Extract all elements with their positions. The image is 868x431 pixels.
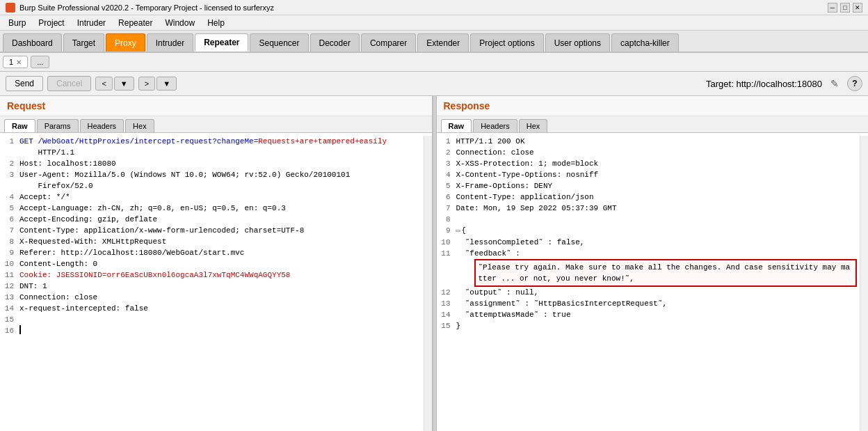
close-button[interactable]: ✕: [853, 3, 862, 13]
sub-tab-1[interactable]: 1 ✕: [3, 56, 28, 68]
main-tab-bar: Dashboard Target Proxy Intruder Repeater…: [0, 31, 868, 53]
request-line-1b: HTTP/1.1: [0, 147, 424, 158]
request-line-14: 14 x-request-intercepted: false: [0, 303, 424, 314]
response-line-1: 1 HTTP/1.1 200 OK: [437, 136, 860, 147]
request-line-2: 2 Host: localhost:18080: [0, 158, 424, 169]
request-scrollbar[interactable]: [424, 136, 432, 431]
response-line-14: 14 ˜attemptWasMade˜ : true: [437, 309, 860, 320]
tab-target[interactable]: Target: [63, 33, 104, 52]
request-line-3b: Firefox/52.0: [0, 180, 424, 191]
sub-tab-1-close[interactable]: ✕: [16, 58, 22, 66]
tab-dashboard[interactable]: Dashboard: [3, 33, 62, 52]
nav-prev-button[interactable]: <: [95, 77, 112, 91]
response-panel: Response Raw Headers Hex 1 HTTP/1.1 200 …: [437, 96, 869, 431]
response-line-2: 2 Connection: close: [437, 147, 860, 158]
menu-bar: Burp Project Intruder Repeater Window He…: [0, 15, 868, 31]
window-controls[interactable]: ─ □ ✕: [828, 3, 862, 13]
request-line-11: 11 Cookie: JSESSIONID=orr6EaScUBxn0l6ogc…: [0, 269, 424, 281]
response-line-10: 10 ˜lessonCompleted˜ : false,: [437, 237, 860, 248]
menu-intruder[interactable]: Intruder: [72, 17, 111, 29]
response-line-6: 6 Content-Type: application/json: [437, 191, 860, 203]
response-header: Response: [437, 96, 869, 116]
request-line-4: 4 Accept: */*: [0, 191, 424, 203]
response-line-3: 3 X-XSS-Protection: 1; mode=block: [437, 158, 860, 169]
request-code-area[interactable]: 1 GET /WebGoat/HttpProxies/intercept-req…: [0, 133, 432, 431]
request-line-10: 10 Content-Length: 0: [0, 258, 424, 269]
tab-repeater[interactable]: Repeater: [195, 33, 248, 52]
menu-window[interactable]: Window: [159, 17, 200, 29]
sub-tab-bar: 1 ✕ ...: [0, 53, 868, 72]
nav-next-button[interactable]: >: [138, 77, 155, 91]
request-line-6: 6 Accept-Encoding: gzip, deflate: [0, 214, 424, 225]
response-line-8: 8: [437, 214, 860, 225]
request-tab-hex[interactable]: Hex: [125, 119, 154, 132]
sub-tab-more-label: ...: [37, 58, 43, 66]
sub-tab-1-label: 1: [9, 58, 13, 66]
tab-intruder[interactable]: Intruder: [147, 33, 193, 52]
request-tab-raw[interactable]: Raw: [4, 119, 35, 132]
response-line-11: 11 ˜feedback˜ :: [437, 248, 860, 259]
target-label: Target: http://localhost:18080: [706, 79, 822, 89]
response-line-13: 13 ˜assignment˜ : ˜HttpBasicsInterceptRe…: [437, 298, 860, 309]
request-line-3: 3 User-Agent: Mozilla/5.0 (Windows NT 10…: [0, 169, 424, 180]
tab-extender[interactable]: Extender: [417, 33, 469, 52]
request-tab-headers[interactable]: Headers: [80, 119, 124, 132]
request-code-lines: 1 GET /WebGoat/HttpProxies/intercept-req…: [0, 136, 424, 431]
tab-captcha-killer[interactable]: captcha-killer: [611, 33, 679, 52]
request-line-9: 9 Referer: http://localhost:18080/WebGoa…: [0, 247, 424, 258]
request-panel: Request Raw Params Headers Hex 1 GET /We…: [0, 96, 433, 431]
send-button[interactable]: Send: [6, 76, 43, 91]
tab-sequencer[interactable]: Sequencer: [250, 33, 308, 52]
menu-project[interactable]: Project: [33, 17, 70, 29]
response-line-11-highlight: ˜Please try again. Make sure to make all…: [437, 259, 860, 287]
request-line-5: 5 Accept-Language: zh-CN, zh; q=0.8, en-…: [0, 203, 424, 214]
menu-burp[interactable]: Burp: [3, 17, 31, 29]
response-tabs: Raw Headers Hex: [437, 116, 869, 133]
request-line-8: 8 X-Requested-With: XMLHttpRequest: [0, 236, 424, 247]
request-line-13: 13 Connection: close: [0, 292, 424, 303]
main-content: Request Raw Params Headers Hex 1 GET /We…: [0, 96, 868, 431]
sub-tab-more[interactable]: ...: [31, 56, 49, 68]
toolbar: Send Cancel < ▼ > ▼ Target: http://local…: [0, 72, 868, 96]
response-tab-hex[interactable]: Hex: [519, 119, 548, 132]
response-line-4: 4 X-Content-Type-Options: nosniff: [437, 169, 860, 180]
app-icon: [6, 3, 15, 13]
tab-user-options[interactable]: User options: [545, 33, 610, 52]
request-line-16: 16: [0, 325, 424, 338]
request-header: Request: [0, 96, 432, 116]
response-tab-headers[interactable]: Headers: [473, 119, 517, 132]
response-line-9: 9 ▭{: [437, 225, 860, 237]
edit-target-button[interactable]: ✎: [826, 77, 843, 91]
nav-next-group: > ▼: [138, 77, 177, 91]
target-text: Target: http://localhost:18080: [706, 79, 822, 89]
cancel-button[interactable]: Cancel: [47, 76, 91, 91]
request-line-15: 15: [0, 314, 424, 325]
tab-decoder[interactable]: Decoder: [310, 33, 360, 52]
response-line-7: 7 Date: Mon, 19 Sep 2022 05:37:39 GMT: [437, 203, 860, 214]
response-tab-raw[interactable]: Raw: [441, 119, 472, 132]
request-line-12: 12 DNT: 1: [0, 281, 424, 292]
help-button[interactable]: ?: [847, 76, 862, 91]
response-scrollbar[interactable]: [860, 136, 868, 431]
nav-next-dropdown[interactable]: ▼: [156, 77, 177, 91]
tab-project-options[interactable]: Project options: [470, 33, 543, 52]
request-line-7: 7 Content-Type: application/x-www-form-u…: [0, 225, 424, 236]
menu-help[interactable]: Help: [202, 17, 230, 29]
response-line-5: 5 X-Frame-Options: DENY: [437, 180, 860, 191]
title-bar: Burp Suite Professional v2020.2 - Tempor…: [0, 0, 868, 15]
request-tab-params[interactable]: Params: [37, 119, 79, 132]
response-code-lines: 1 HTTP/1.1 200 OK 2 Connection: close 3 …: [437, 136, 860, 431]
tab-comparer[interactable]: Comparer: [361, 33, 416, 52]
tab-proxy[interactable]: Proxy: [106, 33, 145, 52]
nav-prev-dropdown[interactable]: ▼: [114, 77, 134, 91]
response-code-area[interactable]: 1 HTTP/1.1 200 OK 2 Connection: close 3 …: [437, 133, 869, 431]
request-tabs: Raw Params Headers Hex: [0, 116, 432, 133]
response-line-12: 12 ˜output˜ : null,: [437, 287, 860, 298]
nav-prev-group: < ▼: [95, 77, 134, 91]
maximize-button[interactable]: □: [840, 3, 850, 13]
minimize-button[interactable]: ─: [828, 3, 837, 13]
response-line-15: 15 }: [437, 320, 860, 331]
menu-repeater[interactable]: Repeater: [113, 17, 158, 29]
request-line-1: 1 GET /WebGoat/HttpProxies/intercept-req…: [0, 136, 424, 147]
title-bar-text: Burp Suite Professional v2020.2 - Tempor…: [19, 3, 274, 12]
